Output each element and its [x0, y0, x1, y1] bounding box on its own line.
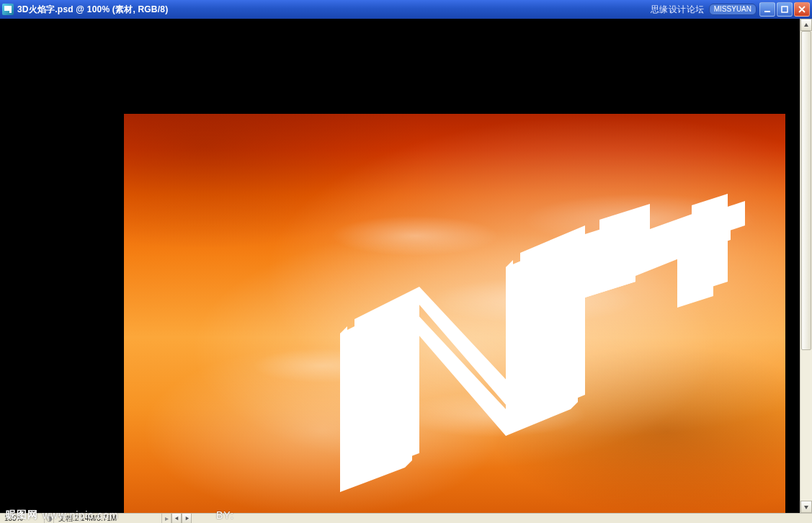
scroll-thumb[interactable]	[801, 31, 811, 350]
svg-marker-11	[657, 215, 731, 264]
zoom-level[interactable]: 100%	[0, 514, 45, 523]
vertical-scrollbar[interactable]	[800, 19, 812, 513]
document-size: 文档:2.14M/3.71M	[54, 514, 162, 523]
canvas-area[interactable]	[0, 19, 800, 513]
svg-marker-8	[585, 218, 635, 298]
svg-marker-2	[354, 225, 585, 478]
svg-marker-4	[599, 211, 700, 283]
svg-rect-1	[782, 6, 788, 12]
app-icon	[2, 4, 14, 15]
close-button[interactable]	[794, 2, 810, 17]
svg-marker-7	[340, 240, 571, 492]
minimize-button[interactable]	[759, 2, 775, 17]
horizontal-scroll-segment[interactable]	[171, 514, 192, 523]
svg-marker-12	[340, 326, 347, 492]
status-divider-icon: ◑	[45, 514, 54, 523]
svg-marker-10	[677, 208, 713, 308]
scroll-track[interactable]	[800, 31, 812, 501]
brand-badge: MISSYUAN	[709, 4, 757, 15]
scroll-down-button[interactable]	[800, 501, 812, 513]
brand-text: 思缘设计论坛	[651, 4, 705, 16]
svg-marker-18	[174, 517, 177, 520]
svg-marker-9	[585, 225, 686, 298]
workspace	[0, 19, 812, 513]
scroll-up-button[interactable]	[800, 19, 812, 31]
svg-marker-15	[571, 233, 578, 409]
canvas-3d-text	[326, 240, 729, 513]
maximize-button[interactable]	[777, 2, 793, 17]
scroll-right-button[interactable]	[182, 514, 192, 523]
svg-marker-6	[672, 201, 745, 250]
svg-marker-13	[405, 312, 412, 468]
titlebar: 3D火焰字.psd @ 100% (素材, RGB/8) 思缘设计论坛 MISS…	[0, 0, 812, 19]
svg-marker-19	[185, 517, 188, 520]
window-controls	[759, 2, 810, 17]
chevron-right-icon[interactable]: ▸	[162, 514, 171, 523]
svg-marker-3	[599, 204, 650, 283]
document-title: 3D火焰字.psd @ 100% (素材, RGB/8)	[17, 4, 168, 16]
svg-marker-5	[692, 194, 728, 293]
scroll-left-button[interactable]	[171, 514, 182, 523]
svg-marker-16	[804, 23, 808, 27]
svg-marker-14	[506, 260, 513, 436]
svg-marker-17	[804, 506, 808, 509]
svg-rect-0	[764, 11, 770, 12]
sky-background	[124, 114, 785, 513]
statusbar: 100% ◑ 文档:2.14M/3.71M ▸	[0, 513, 812, 523]
